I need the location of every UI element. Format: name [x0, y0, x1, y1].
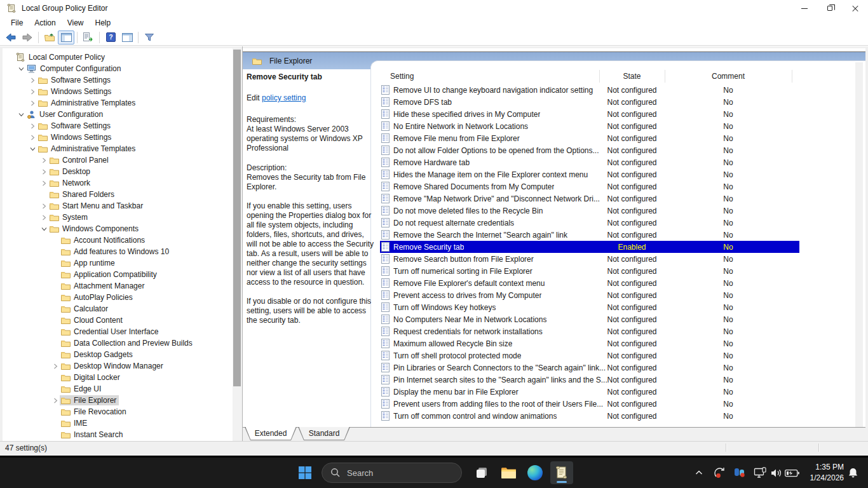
setting-row[interactable]: Remove Security tabEnabledNo [380, 241, 799, 253]
tree-node[interactable]: Software Settings [37, 121, 113, 131]
tree-item-desktop-window-manager[interactable]: Desktop Window Manager [3, 360, 233, 372]
column-divider[interactable] [599, 70, 600, 83]
tree-item-calculator[interactable]: Calculator [3, 303, 233, 315]
menu-view[interactable]: View [62, 17, 90, 29]
tree-node[interactable]: Software Settings [37, 75, 113, 85]
chevron-right-icon[interactable] [39, 215, 48, 220]
setting-row[interactable]: Remove Hardware tabNot configuredNo [380, 156, 799, 168]
setting-row[interactable]: Display the menu bar in File ExplorerNot… [380, 386, 799, 398]
chevron-down-icon[interactable] [17, 66, 25, 72]
column-header-state[interactable]: State [599, 69, 665, 83]
view-tab-standard[interactable]: Standard [298, 427, 350, 440]
tree-item-control-panel[interactable]: Control Panel [3, 154, 233, 166]
tree-node[interactable]: Network [48, 178, 93, 188]
tree-node[interactable]: Cloud Content [60, 315, 125, 325]
chevron-down-icon[interactable] [28, 146, 37, 152]
setting-row[interactable]: Turn off numerical sorting in File Explo… [380, 265, 799, 277]
task-view-button[interactable] [470, 461, 493, 484]
tree-node[interactable]: Digital Locker [60, 372, 123, 383]
tree-item-software-settings[interactable]: Software Settings [3, 74, 233, 86]
tree-node[interactable]: IME [60, 418, 90, 428]
setting-row[interactable]: Remove File Explorer's default context m… [380, 277, 799, 289]
chevron-right-icon[interactable] [28, 135, 37, 140]
tray-clock[interactable]: 1:35 PM 1/24/2026 [804, 462, 844, 484]
edit-policy-setting-link[interactable]: policy setting [262, 93, 306, 102]
tree-node[interactable]: Local Computer Policy [14, 51, 107, 63]
tree-node[interactable]: File Explorer [60, 395, 119, 405]
setting-row[interactable]: Remove DFS tabNot configuredNo [380, 96, 799, 108]
tree-node[interactable]: File Revocation [60, 407, 129, 417]
tree-node[interactable]: Control Panel [48, 155, 111, 165]
tray-network-display-icon[interactable] [754, 466, 768, 479]
tree-item-edge-ui[interactable]: Edge UI [3, 383, 233, 395]
tree-item-windows-settings[interactable]: Windows Settings [3, 132, 233, 143]
setting-row[interactable]: Remove UI to change keyboard navigation … [380, 84, 799, 96]
tree-node[interactable]: App runtime [60, 258, 118, 268]
help-button[interactable]: ? [102, 30, 119, 44]
column-divider[interactable] [792, 70, 792, 83]
chevron-right-icon[interactable] [28, 78, 37, 83]
tree-item-network[interactable]: Network [3, 177, 233, 189]
setting-row[interactable]: No Entire Network in Network LocationsNo… [380, 120, 799, 132]
tree-item-software-settings[interactable]: Software Settings [3, 120, 233, 132]
tree-item-file-explorer[interactable]: File Explorer [3, 395, 233, 406]
tree-node[interactable]: Windows Settings [37, 132, 114, 142]
tree-node[interactable]: Account Notifications [60, 235, 147, 245]
setting-row[interactable]: Prevent access to drives from My Compute… [380, 289, 799, 301]
tree-item-start-menu-and-taskbar[interactable]: Start Menu and Taskbar [3, 200, 233, 212]
filter-button[interactable] [141, 30, 158, 44]
tree-item-credential-user-interface[interactable]: Credential User Interface [3, 326, 233, 337]
restore-button[interactable] [817, 0, 843, 17]
tree-item-user-configuration[interactable]: User Configuration [3, 109, 233, 120]
close-button[interactable] [843, 0, 868, 17]
tree-node[interactable]: Administrative Templates [37, 98, 138, 108]
chevron-right-icon[interactable] [28, 89, 37, 95]
tree-node[interactable]: Instant Search [60, 430, 125, 440]
tree-node[interactable]: User Configuration [25, 109, 105, 120]
chevron-right-icon[interactable] [28, 123, 37, 129]
tree-node[interactable]: Calculator [60, 304, 111, 314]
show-console-tree-button[interactable] [58, 30, 74, 44]
tree-node[interactable]: Attachment Manager [60, 281, 147, 291]
tree-item-digital-locker[interactable]: Digital Locker [3, 372, 233, 383]
tree-item-file-revocation[interactable]: File Revocation [3, 406, 233, 417]
setting-row[interactable]: Remove "Map Network Drive" and "Disconne… [380, 193, 799, 205]
tree-item-attachment-manager[interactable]: Attachment Manager [3, 280, 233, 292]
tree-item-instant-search[interactable]: Instant Search [3, 429, 233, 440]
menu-file[interactable]: File [5, 17, 29, 29]
tree-item-ime[interactable]: IME [3, 417, 233, 429]
tree-node[interactable]: Data Collection and Preview Builds [60, 338, 195, 348]
setting-row[interactable]: Prevent users from adding files to the r… [380, 398, 799, 410]
tree-item-administrative-templates[interactable]: Administrative Templates [3, 97, 233, 109]
gpedit-taskbar-button[interactable] [550, 461, 573, 484]
back-button[interactable] [3, 30, 19, 44]
edge-button[interactable] [524, 461, 546, 484]
setting-row[interactable]: Remove Search button from File ExplorerN… [380, 253, 799, 265]
start-button[interactable] [294, 461, 316, 484]
tree-item-computer-configuration[interactable]: Computer Configuration [3, 63, 233, 74]
menu-help[interactable]: Help [90, 17, 117, 29]
tray-battery-icon[interactable] [784, 466, 799, 479]
tray-update-icon[interactable] [713, 466, 727, 480]
chevron-down-icon[interactable] [17, 112, 25, 118]
setting-row[interactable]: Do not move deleted files to the Recycle… [380, 205, 799, 217]
column-header-setting[interactable]: Setting [390, 69, 581, 83]
tree-item-data-collection-and-preview-builds[interactable]: Data Collection and Preview Builds [3, 337, 233, 349]
setting-row[interactable]: Turn off Windows Key hotkeysNot configur… [380, 301, 799, 313]
setting-row[interactable]: Hides the Manage item on the File Explor… [380, 168, 799, 180]
tree-node[interactable]: Shared Folders [48, 189, 117, 200]
tree-scrollbar[interactable] [233, 48, 241, 440]
setting-row[interactable]: Do not allow Folder Options to be opened… [380, 144, 799, 156]
setting-row[interactable]: Remove the Search the Internet "Search a… [380, 229, 799, 241]
notification-bell-icon[interactable] [846, 466, 859, 479]
file-explorer-button[interactable] [497, 461, 520, 484]
tree-item-desktop[interactable]: Desktop [3, 166, 233, 177]
tree-item-system[interactable]: System [3, 212, 233, 223]
setting-row[interactable]: Remove File menu from File ExplorerNot c… [380, 132, 799, 144]
tree-node[interactable]: Credential User Interface [60, 327, 161, 337]
tree-item-application-compatibility[interactable]: Application Compatibility [3, 269, 233, 280]
tree-node[interactable]: Start Menu and Taskbar [48, 201, 146, 211]
up-one-level-button[interactable] [41, 30, 58, 44]
setting-row[interactable]: Hide these specified drives in My Comput… [380, 108, 799, 120]
setting-row[interactable]: Do not request alternate credentialsNot … [380, 217, 799, 229]
